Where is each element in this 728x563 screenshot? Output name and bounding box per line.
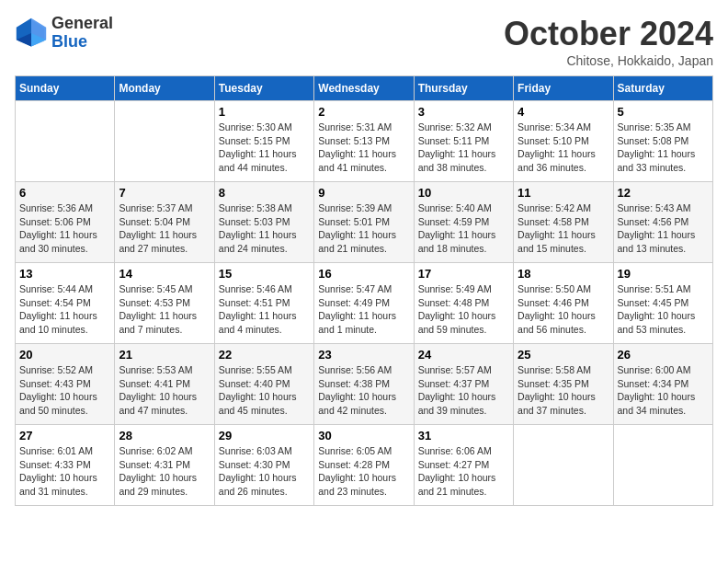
day-info: Sunrise: 5:55 AMSunset: 4:40 PMDaylight:… [219,363,310,418]
day-number: 24 [418,348,509,362]
calendar-cell: 25Sunrise: 5:58 AMSunset: 4:35 PMDayligh… [514,344,613,425]
week-row-5: 27Sunrise: 6:01 AMSunset: 4:33 PMDayligh… [16,425,713,506]
weekday-header-tuesday: Tuesday [214,76,313,101]
day-info: Sunrise: 5:56 AMSunset: 4:38 PMDaylight:… [318,363,409,418]
day-info: Sunrise: 5:46 AMSunset: 4:51 PMDaylight:… [219,282,310,337]
day-number: 14 [119,267,210,281]
day-number: 16 [318,267,409,281]
calendar-cell: 22Sunrise: 5:55 AMSunset: 4:40 PMDayligh… [214,344,313,425]
calendar-cell: 1Sunrise: 5:30 AMSunset: 5:15 PMDaylight… [214,101,313,182]
weekday-header-friday: Friday [514,76,613,101]
day-number: 23 [318,348,409,362]
day-info: Sunrise: 6:01 AMSunset: 4:33 PMDaylight:… [19,444,110,499]
day-info: Sunrise: 5:47 AMSunset: 4:49 PMDaylight:… [318,282,409,337]
calendar-cell: 30Sunrise: 6:05 AMSunset: 4:28 PMDayligh… [314,425,414,506]
day-info: Sunrise: 5:49 AMSunset: 4:48 PMDaylight:… [418,282,509,337]
calendar-cell: 16Sunrise: 5:47 AMSunset: 4:49 PMDayligh… [314,263,414,344]
logo: General Blue [15,15,113,52]
calendar-cell: 14Sunrise: 5:45 AMSunset: 4:53 PMDayligh… [115,263,214,344]
calendar-cell [16,101,115,182]
weekday-header-thursday: Thursday [414,76,513,101]
day-number: 20 [19,348,110,362]
weekday-header-sunday: Sunday [16,76,115,101]
calendar-cell: 11Sunrise: 5:42 AMSunset: 4:58 PMDayligh… [514,182,613,263]
logo-icon [15,17,48,50]
calendar-cell: 10Sunrise: 5:40 AMSunset: 4:59 PMDayligh… [414,182,513,263]
weekday-header-monday: Monday [115,76,214,101]
day-number: 3 [418,105,509,119]
day-number: 21 [119,348,210,362]
day-number: 17 [418,267,509,281]
day-info: Sunrise: 5:30 AMSunset: 5:15 PMDaylight:… [219,121,310,175]
calendar-cell [514,425,613,506]
day-info: Sunrise: 5:58 AMSunset: 4:35 PMDaylight:… [518,363,609,418]
week-row-1: 1Sunrise: 5:30 AMSunset: 5:15 PMDaylight… [16,101,713,182]
day-info: Sunrise: 5:44 AMSunset: 4:54 PMDaylight:… [19,282,110,337]
day-number: 18 [518,267,609,281]
calendar-cell: 31Sunrise: 6:06 AMSunset: 4:27 PMDayligh… [414,425,513,506]
day-info: Sunrise: 5:45 AMSunset: 4:53 PMDaylight:… [119,282,210,337]
day-info: Sunrise: 5:36 AMSunset: 5:06 PMDaylight:… [19,201,110,256]
day-number: 15 [219,267,310,281]
day-info: Sunrise: 5:53 AMSunset: 4:41 PMDaylight:… [119,363,210,418]
day-number: 29 [219,429,310,442]
calendar-cell: 9Sunrise: 5:39 AMSunset: 5:01 PMDaylight… [314,182,414,263]
day-number: 13 [19,267,110,281]
day-info: Sunrise: 5:52 AMSunset: 4:43 PMDaylight:… [19,363,110,418]
day-info: Sunrise: 5:32 AMSunset: 5:11 PMDaylight:… [418,121,509,175]
day-info: Sunrise: 5:34 AMSunset: 5:10 PMDaylight:… [518,121,609,175]
calendar-cell [613,425,712,506]
day-number: 9 [318,186,409,200]
day-info: Sunrise: 6:03 AMSunset: 4:30 PMDaylight:… [219,444,310,499]
day-info: Sunrise: 5:51 AMSunset: 4:45 PMDaylight:… [618,282,709,337]
day-number: 8 [219,186,310,200]
logo-line2: Blue [51,33,113,52]
day-info: Sunrise: 5:57 AMSunset: 4:37 PMDaylight:… [418,363,509,418]
day-info: Sunrise: 5:42 AMSunset: 4:58 PMDaylight:… [518,201,609,256]
weekday-header-row: SundayMondayTuesdayWednesdayThursdayFrid… [16,76,713,101]
calendar-cell: 13Sunrise: 5:44 AMSunset: 4:54 PMDayligh… [16,263,115,344]
day-info: Sunrise: 5:31 AMSunset: 5:13 PMDaylight:… [318,121,409,175]
calendar-table: SundayMondayTuesdayWednesdayThursdayFrid… [15,75,713,506]
week-row-2: 6Sunrise: 5:36 AMSunset: 5:06 PMDaylight… [16,182,713,263]
week-row-4: 20Sunrise: 5:52 AMSunset: 4:43 PMDayligh… [16,344,713,425]
logo-line1: General [51,15,113,33]
day-number: 27 [19,429,110,442]
day-info: Sunrise: 6:06 AMSunset: 4:27 PMDaylight:… [418,444,509,499]
calendar-cell: 23Sunrise: 5:56 AMSunset: 4:38 PMDayligh… [314,344,414,425]
day-info: Sunrise: 5:35 AMSunset: 5:08 PMDaylight:… [618,121,709,175]
calendar-cell: 3Sunrise: 5:32 AMSunset: 5:11 PMDaylight… [414,101,513,182]
calendar-cell [115,101,214,182]
title-area: October 2024 Chitose, Hokkaido, Japan [504,15,713,68]
day-info: Sunrise: 5:37 AMSunset: 5:04 PMDaylight:… [119,201,210,256]
day-number: 5 [618,105,709,119]
day-number: 12 [618,186,709,200]
day-number: 28 [119,429,210,442]
day-info: Sunrise: 5:43 AMSunset: 4:56 PMDaylight:… [618,201,709,256]
day-number: 30 [318,429,409,442]
calendar-cell: 4Sunrise: 5:34 AMSunset: 5:10 PMDaylight… [514,101,613,182]
day-number: 11 [518,186,609,200]
day-info: Sunrise: 5:39 AMSunset: 5:01 PMDaylight:… [318,201,409,256]
calendar-cell: 19Sunrise: 5:51 AMSunset: 4:45 PMDayligh… [613,263,712,344]
day-info: Sunrise: 6:02 AMSunset: 4:31 PMDaylight:… [119,444,210,499]
weekday-header-saturday: Saturday [613,76,712,101]
calendar-cell: 15Sunrise: 5:46 AMSunset: 4:51 PMDayligh… [214,263,313,344]
day-number: 4 [518,105,609,119]
calendar-cell: 18Sunrise: 5:50 AMSunset: 4:46 PMDayligh… [514,263,613,344]
day-number: 22 [219,348,310,362]
calendar-cell: 7Sunrise: 5:37 AMSunset: 5:04 PMDaylight… [115,182,214,263]
day-info: Sunrise: 5:50 AMSunset: 4:46 PMDaylight:… [518,282,609,337]
calendar-cell: 26Sunrise: 6:00 AMSunset: 4:34 PMDayligh… [613,344,712,425]
day-info: Sunrise: 5:38 AMSunset: 5:03 PMDaylight:… [219,201,310,256]
calendar-cell: 6Sunrise: 5:36 AMSunset: 5:06 PMDaylight… [16,182,115,263]
calendar-cell: 8Sunrise: 5:38 AMSunset: 5:03 PMDaylight… [214,182,313,263]
month-title: October 2024 [504,15,713,53]
day-info: Sunrise: 6:05 AMSunset: 4:28 PMDaylight:… [318,444,409,499]
weekday-header-wednesday: Wednesday [314,76,414,101]
day-number: 1 [219,105,310,119]
calendar-cell: 29Sunrise: 6:03 AMSunset: 4:30 PMDayligh… [214,425,313,506]
week-row-3: 13Sunrise: 5:44 AMSunset: 4:54 PMDayligh… [16,263,713,344]
calendar-cell: 20Sunrise: 5:52 AMSunset: 4:43 PMDayligh… [16,344,115,425]
day-number: 26 [618,348,709,362]
